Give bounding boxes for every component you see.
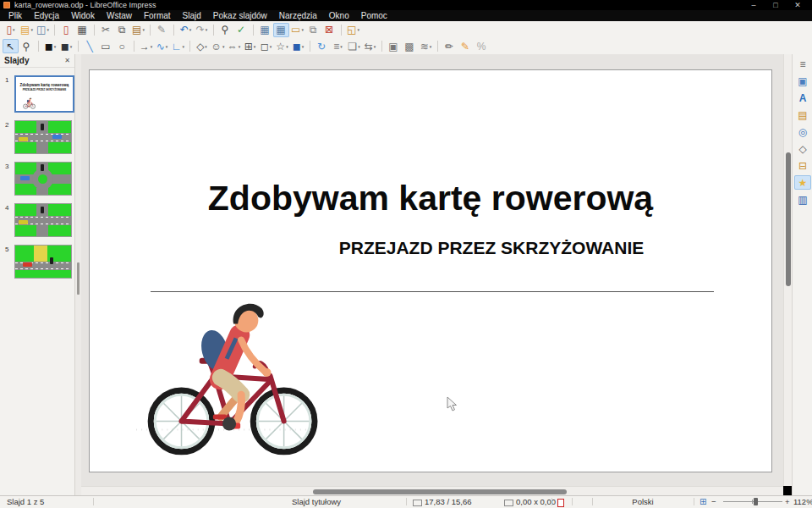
- rectangle-tool[interactable]: ▭: [98, 39, 114, 53]
- panel-close-icon[interactable]: ✕: [64, 57, 70, 64]
- copy-button[interactable]: ⧉: [114, 23, 130, 37]
- zoom-out-button[interactable]: −: [711, 496, 716, 507]
- line-color-button[interactable]: ◼ ▾: [42, 39, 58, 53]
- extrusion-toggle-button[interactable]: %: [474, 39, 490, 53]
- zoom-slider-thumb[interactable]: [754, 498, 758, 505]
- redo-button[interactable]: ↷ ▾: [194, 23, 210, 37]
- slide-transition-tab[interactable]: ⊟: [794, 158, 811, 173]
- zoom-level-status[interactable]: 112%: [793, 496, 812, 507]
- image-filter-button[interactable]: ≋ ▾: [418, 39, 434, 53]
- sidebar-settings-button[interactable]: ≡: [794, 57, 811, 71]
- menu-edycja[interactable]: Edycja: [28, 10, 65, 21]
- close-button[interactable]: ✕: [787, 0, 809, 10]
- slide-1-preview[interactable]: Zdobywam kartę rowerową PRZEJAZD PRZEZ S…: [14, 75, 74, 113]
- master-slides-icon: ▥: [798, 194, 807, 206]
- undo-button[interactable]: ↶ ▾: [178, 23, 194, 37]
- spelling-button[interactable]: ✓: [233, 23, 250, 37]
- menu-widok[interactable]: Widok: [65, 10, 101, 21]
- zoom-slider-track[interactable]: [723, 501, 782, 502]
- crop-image-button[interactable]: ▩: [402, 39, 418, 53]
- clone-formatting-button[interactable]: ✎: [154, 23, 170, 37]
- rotate-tool[interactable]: ↻: [314, 39, 330, 53]
- cut-button[interactable]: ✂: [98, 23, 114, 37]
- menu-pokaz-slajdow[interactable]: Pokaz slajdów: [207, 10, 273, 21]
- minimize-button[interactable]: –: [743, 0, 765, 10]
- menu-okno[interactable]: Okno: [323, 10, 355, 21]
- duplicate-slide-button[interactable]: ⧉: [305, 23, 321, 37]
- fit-slide-icon[interactable]: ⊞: [700, 496, 706, 507]
- open-button[interactable]: ▤ ▾: [19, 23, 35, 37]
- slide-properties-button[interactable]: ◱ ▾: [345, 23, 361, 37]
- styles-tab[interactable]: A: [794, 91, 811, 105]
- vertical-scrollbar-thumb[interactable]: [786, 152, 791, 286]
- unsaved-changes-icon[interactable]: [557, 499, 564, 507]
- properties-tab[interactable]: ▣: [794, 74, 811, 88]
- slide-thumbnail-3[interactable]: 3: [2, 162, 74, 196]
- new-slide-button[interactable]: ▭ ▾: [289, 23, 305, 37]
- slide-thumbnail-5[interactable]: 5: [2, 245, 74, 279]
- print-button[interactable]: ▦: [74, 23, 91, 37]
- find-replace-icon: ⚲: [222, 25, 229, 35]
- cyclist-illustration[interactable]: [132, 297, 320, 460]
- find-replace-button[interactable]: ⚲: [217, 23, 233, 37]
- curves-polygons-tool[interactable]: ∿ ▾: [154, 39, 170, 53]
- edit-points-button[interactable]: ✏: [442, 39, 458, 53]
- callouts-tool[interactable]: ◻ ▾: [258, 39, 274, 53]
- splitter-grip-handle[interactable]: [77, 262, 80, 295]
- panel-splitter[interactable]: [75, 54, 81, 496]
- gallery-tab[interactable]: ▤: [794, 108, 811, 122]
- slide-2-preview[interactable]: [14, 120, 72, 154]
- arrange-button[interactable]: ❏ ▾: [346, 39, 362, 53]
- zoom-in-button[interactable]: +: [785, 496, 790, 507]
- menu-narzedzia[interactable]: Narzędzia: [273, 10, 323, 21]
- menu-slajd[interactable]: Slajd: [177, 10, 207, 21]
- menu-plik[interactable]: Plik: [3, 10, 28, 21]
- block-arrows-tool[interactable]: ⇔ ▾: [226, 39, 242, 53]
- master-slides-tab[interactable]: ▥: [794, 192, 811, 207]
- slide-5-preview[interactable]: [14, 245, 72, 279]
- shapes-tab[interactable]: ◇: [794, 141, 811, 156]
- save-button[interactable]: ◫ ▾: [35, 23, 51, 37]
- separator: [253, 25, 254, 36]
- display-grid-button[interactable]: ▦: [257, 23, 273, 37]
- maximize-button[interactable]: □: [765, 0, 787, 10]
- slide-subtitle-text[interactable]: PRZEJAZD PRZEZ SKRZYŻOWANIE: [233, 238, 749, 258]
- select-tool[interactable]: ↖: [3, 39, 19, 53]
- distribute-button[interactable]: ⇆ ▾: [362, 39, 378, 53]
- align-objects-button[interactable]: ≡ ▾: [330, 39, 346, 53]
- slide-thumbnail-1[interactable]: 1 Zdobywam kartę rowerową PRZEJAZD PRZEZ…: [2, 75, 74, 113]
- horizontal-scrollbar-thumb[interactable]: [313, 489, 567, 494]
- slide-4-preview[interactable]: [14, 203, 72, 237]
- export-pdf-button[interactable]: ▯: [58, 23, 74, 37]
- symbol-shapes-tool[interactable]: ☺ ▾: [210, 39, 226, 53]
- insert-line-tool[interactable]: ╲: [82, 39, 98, 53]
- slide-3-preview[interactable]: [14, 162, 72, 196]
- 3d-objects-tool[interactable]: ◼ ▾: [290, 39, 306, 53]
- language-status[interactable]: Polski: [592, 496, 694, 507]
- fill-color-button[interactable]: ◼ ▾: [58, 39, 74, 53]
- zoom-tool[interactable]: ⚲: [19, 39, 35, 53]
- glue-points-button[interactable]: ✎: [458, 39, 474, 53]
- animation-tab[interactable]: ★: [794, 175, 811, 190]
- slide-thumbnail-2[interactable]: 2: [2, 120, 74, 154]
- connectors-tool[interactable]: ∟ ▾: [170, 39, 186, 53]
- navigator-tab[interactable]: ◎: [794, 124, 811, 139]
- basic-shapes-tool[interactable]: ◇ ▾: [194, 39, 210, 53]
- paste-button[interactable]: ▤ ▾: [130, 23, 146, 37]
- delete-slide-button[interactable]: ⊠: [321, 23, 337, 37]
- menu-format[interactable]: Format: [138, 10, 177, 21]
- shadow-button[interactable]: ▣: [386, 39, 402, 53]
- snap-to-grid-button[interactable]: ▦: [273, 23, 289, 37]
- ellipse-tool[interactable]: ○: [114, 39, 130, 53]
- menu-wstaw[interactable]: Wstaw: [101, 10, 138, 21]
- horizontal-divider-line[interactable]: [151, 291, 714, 292]
- menu-pomoc[interactable]: Pomoc: [355, 10, 393, 21]
- slide-thumbnail-4[interactable]: 4: [2, 203, 74, 237]
- flowchart-tool[interactable]: ⊞ ▾: [242, 39, 258, 53]
- slide-title-text[interactable]: Zdobywam kartę rowerową: [90, 179, 771, 218]
- stars-tool[interactable]: ☆ ▾: [274, 39, 290, 53]
- lines-arrows-tool[interactable]: → ▾: [138, 39, 154, 53]
- align-objects-icon: ≡: [333, 41, 339, 52]
- new-document-button[interactable]: ▯ ▾: [3, 23, 19, 37]
- slide-canvas[interactable]: Zdobywam kartę rowerową PRZEJAZD PRZEZ S…: [89, 69, 772, 472]
